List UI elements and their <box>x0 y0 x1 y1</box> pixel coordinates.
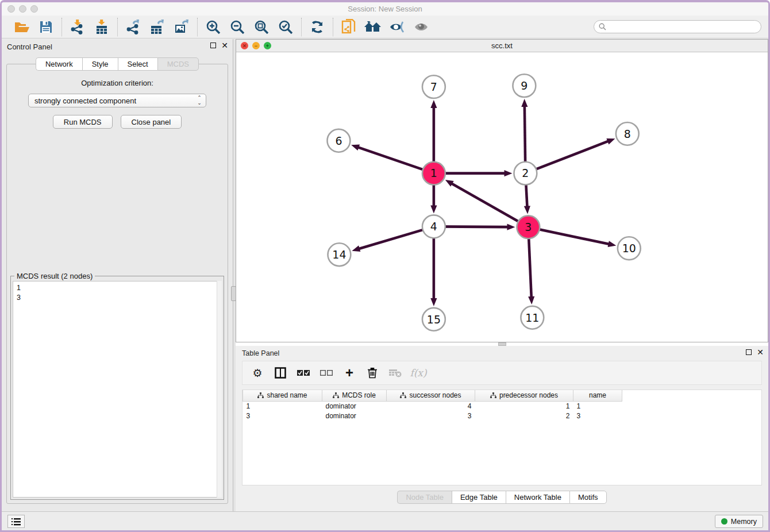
column-header-successor-nodes[interactable]: successor nodes <box>387 390 475 401</box>
zoom-fit-icon[interactable] <box>249 18 274 36</box>
table-close-icon[interactable]: ✕ <box>757 349 764 355</box>
graph-node-6[interactable]: 6 <box>327 129 350 152</box>
graph-edge-3-10[interactable] <box>528 227 609 244</box>
function-builder-icon[interactable]: f(x) <box>408 364 429 381</box>
clone-network-icon[interactable] <box>337 18 361 36</box>
app-window: Session: New Session <box>0 0 770 532</box>
graph-node-9[interactable]: 9 <box>513 74 536 97</box>
svg-text:10: 10 <box>622 242 636 255</box>
table-row[interactable]: 1dominator411 <box>243 401 622 411</box>
graph-edge-2-8[interactable] <box>525 141 609 173</box>
apply-layout-icon[interactable] <box>305 18 329 36</box>
table-cell[interactable]: 4 <box>387 401 475 411</box>
zoom-in-icon[interactable] <box>201 18 225 36</box>
delete-table-icon[interactable] <box>385 364 406 381</box>
table-header-row: shared nameMCDS rolesuccessor nodesprede… <box>243 390 622 401</box>
result-scrollbar[interactable] <box>217 281 222 498</box>
table-cell[interactable]: 1 <box>243 401 322 411</box>
zoom-selected-icon[interactable] <box>274 18 298 36</box>
table-cell[interactable]: dominator <box>322 401 387 411</box>
create-column-icon[interactable]: + <box>339 364 360 381</box>
search-input[interactable] <box>609 23 756 31</box>
svg-text:4: 4 <box>430 220 437 233</box>
zoom-out-icon[interactable] <box>225 18 249 36</box>
delete-column-icon[interactable] <box>362 364 383 381</box>
task-history-button[interactable] <box>7 515 25 528</box>
tab-node-table[interactable]: Node Table <box>397 491 452 504</box>
table-row[interactable]: 3dominator323 <box>243 411 622 421</box>
column-type-icon <box>400 392 406 398</box>
mcds-result-title: MCDS result (2 nodes) <box>14 272 95 280</box>
svg-text:1: 1 <box>430 167 437 179</box>
show-all-networks-icon[interactable] <box>361 18 385 36</box>
table-panel: Table Panel ✕ ⚙ + <box>236 346 768 511</box>
column-header-shared-name[interactable]: shared name <box>243 390 322 401</box>
graph-arrowhead <box>608 241 617 247</box>
tab-mcds[interactable]: MCDS <box>157 57 199 71</box>
close-panel-button[interactable]: Close panel <box>121 115 182 129</box>
graph-arrowhead <box>521 99 528 107</box>
graph-node-14[interactable]: 14 <box>328 243 351 266</box>
column-type-icon <box>257 392 264 398</box>
mcds-result-box: MCDS result (2 nodes) 1 3 <box>10 276 224 500</box>
hide-selected-icon[interactable] <box>385 18 409 36</box>
memory-button[interactable]: Memory <box>715 515 763 528</box>
import-table-icon[interactable] <box>90 18 114 36</box>
save-session-icon[interactable] <box>34 18 58 36</box>
graph-node-15[interactable]: 15 <box>422 308 445 331</box>
select-all-icon[interactable] <box>293 364 314 381</box>
table-cell[interactable]: 1 <box>475 401 573 411</box>
graph-node-7[interactable]: 7 <box>422 75 445 98</box>
memory-status-icon <box>721 518 727 525</box>
import-network-icon[interactable] <box>66 18 90 36</box>
task-list-icon <box>11 518 21 526</box>
graph-node-2[interactable]: 2 <box>514 162 537 185</box>
table-body: 1dominator4113dominator323 <box>243 401 622 421</box>
column-header-MCDS-role[interactable]: MCDS role <box>322 390 387 401</box>
graph-node-4[interactable]: 4 <box>422 215 445 238</box>
network-canvas[interactable]: 7968124314101511 <box>236 52 768 342</box>
mcds-result-text[interactable]: 1 3 <box>13 281 222 498</box>
search-icon <box>599 23 606 30</box>
column-header-predecessor-nodes[interactable]: predecessor nodes <box>475 390 573 401</box>
table-cell[interactable]: 3 <box>387 411 475 421</box>
search-box[interactable] <box>594 20 761 33</box>
tab-network-table[interactable]: Network Table <box>506 491 569 504</box>
table-cell[interactable]: 2 <box>475 411 573 421</box>
tab-motifs[interactable]: Motifs <box>569 491 607 504</box>
show-all-icon[interactable] <box>409 18 433 36</box>
control-panel-title: Control Panel <box>7 43 52 51</box>
tab-style[interactable]: Style <box>82 57 118 71</box>
table-cell[interactable]: 3 <box>573 411 622 421</box>
graph-node-10[interactable]: 10 <box>618 237 641 260</box>
deselect-all-icon[interactable] <box>316 364 337 381</box>
show-columns-icon[interactable] <box>270 364 291 381</box>
graph-node-1[interactable]: 1 <box>422 162 445 185</box>
close-panel-icon[interactable]: ✕ <box>221 43 228 48</box>
column-header-name[interactable]: name <box>573 390 622 401</box>
table-cell[interactable]: 1 <box>573 401 622 411</box>
svg-text:3: 3 <box>525 221 532 233</box>
table-cell[interactable]: 3 <box>243 411 322 421</box>
memory-label: Memory <box>731 518 757 526</box>
tab-network[interactable]: Network <box>36 57 82 71</box>
run-mcds-button[interactable]: Run MCDS <box>53 115 113 129</box>
export-table-icon[interactable] <box>145 18 170 36</box>
table-settings-icon[interactable]: ⚙ <box>247 364 268 381</box>
tab-edge-table[interactable]: Edge Table <box>452 491 506 504</box>
table-float-icon[interactable] <box>746 349 752 355</box>
open-session-icon[interactable] <box>10 18 34 36</box>
graph-arrowhead <box>504 170 512 176</box>
tab-select[interactable]: Select <box>118 57 157 71</box>
graph-node-8[interactable]: 8 <box>616 122 639 145</box>
export-network-icon[interactable] <box>121 18 145 36</box>
network-view-window: ✕ − + scc.txt 7968124314101511 <box>236 39 768 342</box>
graph-node-11[interactable]: 11 <box>521 306 544 329</box>
export-image-icon[interactable] <box>170 18 194 36</box>
node-table: shared nameMCDS rolesuccessor nodesprede… <box>242 390 622 421</box>
criterion-select[interactable]: strongly connected component ⌃⌄ <box>28 94 206 107</box>
table-cell[interactable]: dominator <box>322 411 387 421</box>
graph-node-3[interactable]: 3 <box>517 215 540 238</box>
graph-edge-3-1[interactable] <box>451 183 528 227</box>
float-panel-icon[interactable] <box>210 43 216 48</box>
